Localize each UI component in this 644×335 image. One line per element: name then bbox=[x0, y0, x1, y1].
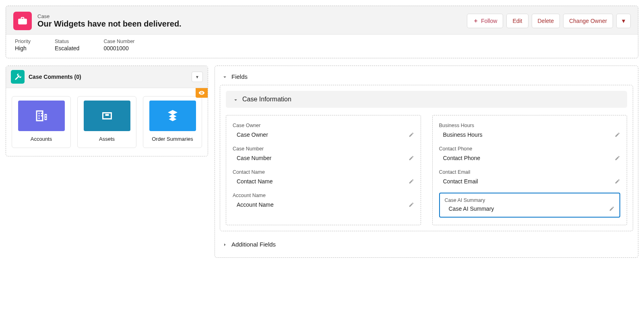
header-field-label: Case Number bbox=[103, 39, 134, 44]
tile-order-summaries[interactable]: Order Summaries bbox=[143, 96, 202, 148]
field-value: Contact Phone bbox=[443, 155, 481, 161]
caret-down-icon: ▼ bbox=[195, 75, 199, 79]
field-label: Contact Phone bbox=[439, 146, 621, 152]
related-list-card: Case Comments (0) ▼ bbox=[6, 66, 208, 88]
field-label: Case Owner bbox=[233, 123, 414, 128]
field-value: Case Owner bbox=[237, 132, 268, 138]
pencil-icon bbox=[615, 132, 620, 138]
edit-field-button[interactable] bbox=[615, 155, 620, 161]
field-contact-email: Contact Email Contact Email bbox=[439, 169, 621, 185]
field-label: Account Name bbox=[233, 193, 414, 198]
field-contact-phone: Contact Phone Contact Phone bbox=[439, 146, 621, 161]
additional-fields-title: Additional Fields bbox=[231, 241, 276, 248]
fields-container: Case Information Case Owner Case Owner C… bbox=[220, 85, 633, 231]
tile-assets[interactable]: Assets bbox=[77, 96, 136, 148]
chevron-down-icon bbox=[233, 97, 238, 102]
tile-label: Accounts bbox=[31, 136, 52, 142]
field-contact-name: Contact Name Contact Name bbox=[233, 169, 414, 185]
field-label: Case Number bbox=[233, 146, 414, 152]
field-case-number: Case Number Case Number bbox=[233, 146, 414, 161]
case-info-right-box: Business Hours Business Hours Contact Ph… bbox=[432, 115, 627, 225]
edit-field-button[interactable] bbox=[409, 132, 414, 138]
pencil-icon bbox=[615, 155, 620, 161]
pencil-icon bbox=[615, 179, 620, 184]
edit-field-button[interactable] bbox=[615, 132, 620, 138]
header-field-status: Status Escalated bbox=[55, 39, 79, 51]
pencil-icon bbox=[609, 206, 615, 212]
record-header-card: Case Our Widgets have not been delivered… bbox=[6, 6, 638, 58]
field-label: Contact Email bbox=[439, 169, 621, 175]
fields-section-header[interactable]: Fields bbox=[220, 71, 633, 85]
related-tiles-area: Accounts Assets Order Summaries bbox=[6, 88, 208, 156]
layers-icon bbox=[149, 101, 196, 131]
delete-button[interactable]: Delete bbox=[532, 14, 560, 28]
right-column: Fields Case Information Case Owner Case … bbox=[215, 66, 638, 258]
tiles-row: Accounts Assets Order Summaries bbox=[12, 96, 202, 148]
wrench-icon bbox=[11, 70, 25, 84]
header-field-label: Priority bbox=[15, 39, 31, 44]
header-fields-row: Priority High Status Escalated Case Numb… bbox=[6, 34, 638, 58]
caret-down-icon: ▼ bbox=[621, 18, 626, 24]
plus-icon: ＋ bbox=[473, 17, 479, 25]
change-owner-button[interactable]: Change Owner bbox=[563, 14, 613, 28]
edit-field-button[interactable] bbox=[409, 179, 414, 184]
related-list-title[interactable]: Case Comments (0) bbox=[29, 74, 81, 80]
edit-field-button[interactable] bbox=[409, 202, 414, 208]
header-field-case-number: Case Number 00001000 bbox=[103, 39, 134, 51]
header-field-label: Status bbox=[55, 39, 79, 44]
case-information-title: Case Information bbox=[242, 96, 291, 103]
related-list-header: Case Comments (0) ▼ bbox=[6, 66, 208, 88]
edit-field-button[interactable] bbox=[609, 206, 615, 212]
field-value: Case Number bbox=[237, 155, 271, 161]
field-label: Contact Name bbox=[233, 169, 414, 175]
case-icon bbox=[13, 12, 32, 30]
field-value: Contact Name bbox=[237, 178, 272, 185]
field-business-hours: Business Hours Business Hours bbox=[439, 123, 621, 138]
additional-fields-header[interactable]: Additional Fields bbox=[220, 238, 633, 253]
follow-button[interactable]: ＋ Follow bbox=[467, 14, 503, 28]
chevron-down-icon bbox=[222, 74, 227, 79]
building-icon bbox=[18, 101, 65, 131]
field-case-ai-summary[interactable]: Case AI Summary Case AI Summary bbox=[439, 193, 621, 218]
fields-section-title: Fields bbox=[231, 73, 248, 80]
visibility-badge[interactable] bbox=[196, 88, 208, 98]
header-field-value: High bbox=[15, 45, 31, 51]
pencil-icon bbox=[409, 155, 414, 161]
header-field-value: 00001000 bbox=[103, 45, 134, 51]
field-account-name: Account Name Account Name bbox=[233, 193, 414, 208]
edit-field-button[interactable] bbox=[615, 179, 620, 184]
chevron-right-icon bbox=[222, 242, 227, 247]
case-info-left-box: Case Owner Case Owner Case Number Case N… bbox=[226, 115, 421, 225]
header-field-priority: Priority High bbox=[15, 39, 31, 51]
field-value: Account Name bbox=[237, 201, 274, 208]
record-header-top: Case Our Widgets have not been delivered… bbox=[6, 6, 638, 34]
edit-field-button[interactable] bbox=[409, 155, 414, 161]
field-label: Case AI Summary bbox=[445, 197, 615, 203]
action-buttons: ＋ Follow Edit Delete Change Owner ▼ bbox=[467, 14, 631, 28]
case-info-two-col: Case Owner Case Owner Case Number Case N… bbox=[226, 115, 627, 225]
main-layout: Case Comments (0) ▼ Accounts bbox=[6, 66, 638, 258]
field-case-owner: Case Owner Case Owner bbox=[233, 123, 414, 138]
related-list-menu-button[interactable]: ▼ bbox=[192, 72, 203, 82]
tile-label: Order Summaries bbox=[152, 136, 193, 142]
edit-button[interactable]: Edit bbox=[506, 14, 528, 28]
case-information-header[interactable]: Case Information bbox=[226, 91, 627, 108]
more-actions-button[interactable]: ▼ bbox=[616, 14, 631, 28]
pencil-icon bbox=[409, 179, 414, 184]
eye-icon bbox=[198, 90, 205, 96]
field-value: Case AI Summary bbox=[449, 206, 494, 212]
field-label: Business Hours bbox=[439, 123, 621, 128]
follow-button-label: Follow bbox=[481, 18, 497, 24]
tile-label: Assets bbox=[99, 136, 115, 142]
left-column: Case Comments (0) ▼ Accounts bbox=[6, 66, 208, 156]
entity-label: Case bbox=[37, 13, 182, 19]
pencil-icon bbox=[409, 202, 414, 208]
field-value: Contact Email bbox=[443, 178, 478, 185]
record-header-left: Case Our Widgets have not been delivered… bbox=[13, 12, 182, 30]
pencil-icon bbox=[409, 132, 414, 138]
package-icon bbox=[84, 101, 130, 131]
header-field-value: Escalated bbox=[55, 45, 79, 51]
field-value: Business Hours bbox=[443, 132, 483, 138]
tile-accounts[interactable]: Accounts bbox=[12, 96, 71, 148]
page-title: Our Widgets have not been delivered. bbox=[37, 19, 182, 29]
